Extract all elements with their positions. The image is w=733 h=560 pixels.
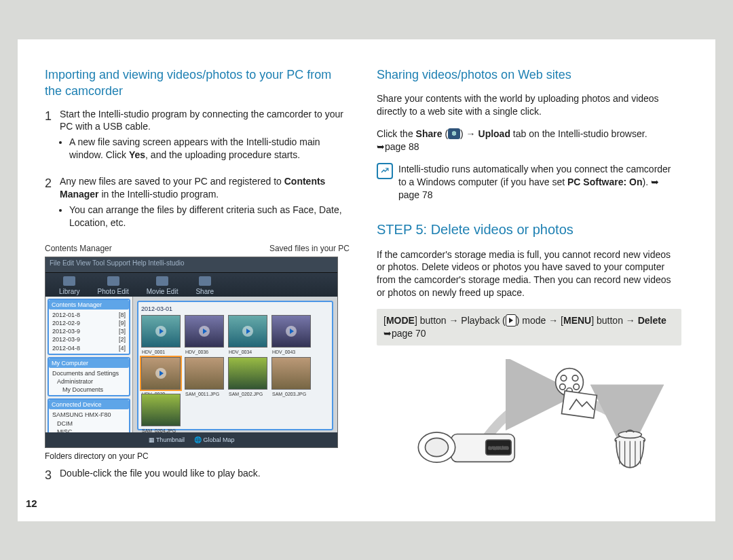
left-heading: Importing and viewing videos/photos to y… [45,67,350,100]
right-column: Sharing videos/photos on Web sites Share… [377,67,681,494]
delete-desc: If the camcorder's storage media is full… [377,248,681,300]
step-number: 2 [45,175,60,232]
share-desc: Share your contents with the world by up… [377,92,681,118]
document-page: Quick start guide Importing and viewing … [0,0,733,560]
toolbar-share: Share [195,276,214,297]
svg-text:SAMSUNG: SAMSUNG [488,445,508,449]
share-icon [448,128,460,139]
app-toolbar: Library Photo Edit Movie Edit Share [45,273,337,300]
svg-point-6 [561,375,567,381]
step-2-bullet: You can arrange the files by different c… [69,204,350,229]
page-ref-88: ➥page 88 [377,141,419,152]
toolbar-library: Library [59,276,80,297]
annot-saved-files: Saved files in your PC [269,243,350,254]
svg-point-8 [560,384,566,390]
note: Intelli-studio runs automatically when y… [377,163,681,202]
page-number: 12 [26,497,37,510]
annot-folders: Folders directory on your PC [45,451,350,462]
app-content: 2012-03-01 HDV_0001 HDV_0036 HDV_0034 HD… [133,297,337,432]
svg-point-2 [426,438,449,456]
step-text: Double-click the file you would like to … [60,467,350,483]
delete-illustration: SAMSUNG [377,359,681,474]
step-number: 1 [45,108,60,165]
share-instruction: Click the Share () → Upload tab on the I… [377,128,681,153]
panel-my-computer: My Computer Documents and Settings Admin… [48,357,130,397]
thumb-group-1: 2012-03-01 HDV_0001 HDV_0036 HDV_0034 HD… [137,301,333,430]
svg-point-9 [574,384,580,390]
panel-connected-device: Connected Device SAMSUNG HMX-F80 DCIM MI… [48,398,130,432]
left-column: Importing and viewing videos/photos to y… [45,67,350,494]
app-footerbar: ▦ Thumbnail 🌐 Global Map [45,432,337,447]
toolbar-movie-edit: Movie Edit [147,276,178,297]
svg-point-7 [572,375,578,381]
page-card: Importing and viewing videos/photos to y… [18,39,715,521]
svg-point-13 [618,431,641,438]
app-menubar: File Edit View Tool Support Help Intelli… [45,257,337,273]
step-number: 3 [45,467,60,483]
intelli-studio-screenshot: File Edit View Tool Support Help Intelli… [45,257,338,448]
step-text: Start the Intelli-studio program by conn… [60,109,343,132]
svg-rect-11 [561,391,597,418]
right-heading-1: Sharing videos/photos on Web sites [377,67,681,83]
annot-contents-manager: Contents Manager [45,243,112,254]
steps-list: 1 Start the Intelli-studio program by co… [45,108,350,232]
right-heading-2: STEP 5: Delete videos or photos [377,221,681,239]
step-2: 2 Any new files are saved to your PC and… [45,175,350,232]
app-sidebar: Contents Manager 2012-01-8[8] 2012-02-9[… [45,297,133,432]
panel-contents-manager: Contents Manager 2012-01-8[8] 2012-02-9[… [48,299,130,355]
mode-sequence-box: [MODE] button → Playback () mode → [MENU… [377,309,681,346]
screenshot-top-annotations: Contents Manager Saved files in your PC [45,243,350,254]
step-1: 1 Start the Intelli-studio program by co… [45,108,350,165]
toolbar-photo-edit: Photo Edit [98,276,129,297]
step-3: 3 Double-click the file you would like t… [45,467,350,483]
note-icon [377,163,393,179]
playback-icon [506,314,516,326]
note-text: Intelli-studio runs automatically when y… [398,163,681,202]
step-1-bullet: A new file saving screen appears with th… [69,136,350,162]
